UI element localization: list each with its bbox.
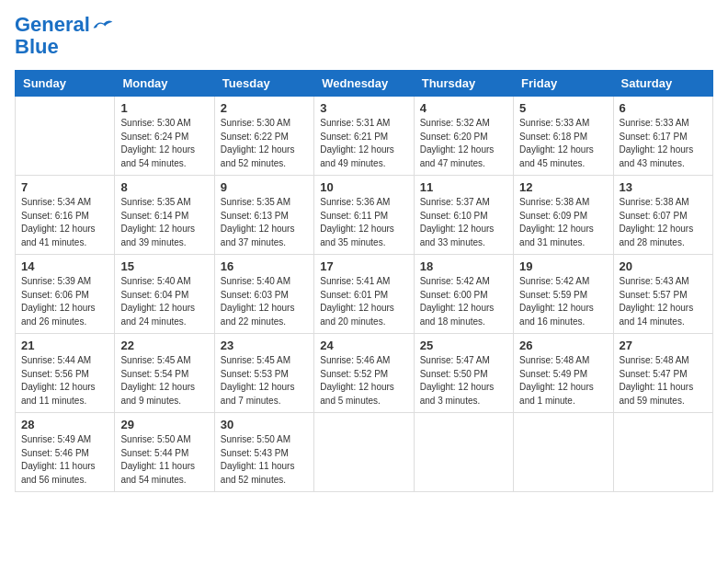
day-number: 20 [620, 259, 707, 273]
calendar-week-row: 1Sunrise: 5:30 AM Sunset: 6:24 PM Daylig… [16, 97, 713, 176]
day-info: Sunrise: 5:42 AM Sunset: 5:59 PM Dayligh… [519, 275, 607, 328]
calendar-cell: 16Sunrise: 5:40 AM Sunset: 6:03 PM Dayli… [214, 255, 313, 334]
day-info: Sunrise: 5:38 AM Sunset: 6:07 PM Dayligh… [620, 196, 707, 249]
day-number: 2 [221, 101, 308, 115]
calendar-cell: 17Sunrise: 5:41 AM Sunset: 6:01 PM Dayli… [314, 255, 414, 334]
day-info: Sunrise: 5:38 AM Sunset: 6:09 PM Dayligh… [519, 196, 607, 249]
day-info: Sunrise: 5:32 AM Sunset: 6:20 PM Dayligh… [420, 117, 507, 170]
calendar-cell: 4Sunrise: 5:32 AM Sunset: 6:20 PM Daylig… [414, 97, 513, 176]
day-info: Sunrise: 5:34 AM Sunset: 6:16 PM Dayligh… [21, 196, 108, 249]
day-number: 16 [221, 259, 308, 273]
day-info: Sunrise: 5:37 AM Sunset: 6:10 PM Dayligh… [420, 196, 507, 249]
day-info: Sunrise: 5:49 AM Sunset: 5:46 PM Dayligh… [21, 433, 108, 487]
calendar-cell: 24Sunrise: 5:46 AM Sunset: 5:52 PM Dayli… [314, 334, 414, 413]
day-number: 28 [21, 418, 108, 431]
calendar-cell: 3Sunrise: 5:31 AM Sunset: 6:21 PM Daylig… [314, 97, 414, 176]
calendar-cell: 20Sunrise: 5:43 AM Sunset: 5:57 PM Dayli… [613, 255, 712, 334]
page-header: General Blue [15, 15, 713, 59]
calendar-cell [514, 413, 613, 492]
day-number: 22 [120, 339, 208, 352]
day-info: Sunrise: 5:33 AM Sunset: 6:18 PM Dayligh… [519, 117, 607, 170]
logo-text: General [15, 15, 90, 35]
logo: General Blue [15, 15, 114, 59]
day-number: 18 [420, 259, 507, 273]
day-info: Sunrise: 5:35 AM Sunset: 6:14 PM Dayligh… [120, 196, 208, 249]
day-info: Sunrise: 5:35 AM Sunset: 6:13 PM Dayligh… [221, 196, 308, 249]
day-info: Sunrise: 5:42 AM Sunset: 6:00 PM Dayligh… [420, 275, 507, 328]
day-number: 12 [519, 180, 607, 194]
day-info: Sunrise: 5:40 AM Sunset: 6:03 PM Dayligh… [221, 275, 308, 328]
day-info: Sunrise: 5:45 AM Sunset: 5:54 PM Dayligh… [120, 354, 208, 408]
calendar-cell [314, 413, 414, 492]
calendar-cell: 5Sunrise: 5:33 AM Sunset: 6:18 PM Daylig… [514, 97, 613, 176]
day-number: 10 [320, 180, 407, 194]
calendar-cell: 29Sunrise: 5:50 AM Sunset: 5:44 PM Dayli… [115, 413, 214, 492]
day-info: Sunrise: 5:48 AM Sunset: 5:47 PM Dayligh… [620, 354, 707, 408]
col-header-sunday: Sunday [16, 71, 115, 97]
calendar-cell: 15Sunrise: 5:40 AM Sunset: 6:04 PM Dayli… [115, 255, 214, 334]
day-info: Sunrise: 5:30 AM Sunset: 6:22 PM Dayligh… [221, 117, 308, 170]
calendar-cell: 7Sunrise: 5:34 AM Sunset: 6:16 PM Daylig… [16, 176, 115, 255]
logo-bird-icon [92, 17, 114, 33]
day-number: 17 [320, 259, 407, 273]
calendar-header-row: SundayMondayTuesdayWednesdayThursdayFrid… [16, 71, 713, 97]
calendar-cell: 18Sunrise: 5:42 AM Sunset: 6:00 PM Dayli… [414, 255, 513, 334]
day-info: Sunrise: 5:33 AM Sunset: 6:17 PM Dayligh… [620, 117, 707, 170]
day-info: Sunrise: 5:40 AM Sunset: 6:04 PM Dayligh… [120, 275, 208, 328]
calendar-week-row: 21Sunrise: 5:44 AM Sunset: 5:56 PM Dayli… [16, 334, 713, 413]
calendar-cell: 12Sunrise: 5:38 AM Sunset: 6:09 PM Dayli… [514, 176, 613, 255]
calendar-cell: 26Sunrise: 5:48 AM Sunset: 5:49 PM Dayli… [514, 334, 613, 413]
day-number: 5 [519, 101, 607, 115]
day-number: 4 [420, 101, 507, 115]
col-header-saturday: Saturday [613, 71, 712, 97]
day-number: 19 [519, 259, 607, 273]
calendar-cell: 21Sunrise: 5:44 AM Sunset: 5:56 PM Dayli… [16, 334, 115, 413]
calendar-cell: 1Sunrise: 5:30 AM Sunset: 6:24 PM Daylig… [115, 97, 214, 176]
calendar-cell: 28Sunrise: 5:49 AM Sunset: 5:46 PM Dayli… [16, 413, 115, 492]
calendar-cell: 9Sunrise: 5:35 AM Sunset: 6:13 PM Daylig… [214, 176, 313, 255]
calendar-cell: 23Sunrise: 5:45 AM Sunset: 5:53 PM Dayli… [214, 334, 313, 413]
calendar-week-row: 14Sunrise: 5:39 AM Sunset: 6:06 PM Dayli… [16, 255, 713, 334]
day-info: Sunrise: 5:45 AM Sunset: 5:53 PM Dayligh… [221, 354, 308, 408]
calendar-cell [16, 97, 115, 176]
calendar-cell: 14Sunrise: 5:39 AM Sunset: 6:06 PM Dayli… [16, 255, 115, 334]
calendar-cell: 10Sunrise: 5:36 AM Sunset: 6:11 PM Dayli… [314, 176, 414, 255]
calendar-cell: 25Sunrise: 5:47 AM Sunset: 5:50 PM Dayli… [414, 334, 513, 413]
day-number: 24 [320, 339, 407, 352]
day-number: 21 [21, 339, 108, 352]
calendar-cell: 19Sunrise: 5:42 AM Sunset: 5:59 PM Dayli… [514, 255, 613, 334]
day-number: 9 [221, 180, 308, 194]
day-number: 25 [420, 339, 507, 352]
day-number: 6 [620, 101, 707, 115]
calendar-week-row: 28Sunrise: 5:49 AM Sunset: 5:46 PM Dayli… [16, 413, 713, 492]
calendar-cell [414, 413, 513, 492]
day-info: Sunrise: 5:31 AM Sunset: 6:21 PM Dayligh… [320, 117, 407, 170]
day-info: Sunrise: 5:36 AM Sunset: 6:11 PM Dayligh… [320, 196, 407, 249]
day-number: 30 [221, 418, 308, 431]
day-info: Sunrise: 5:43 AM Sunset: 5:57 PM Dayligh… [620, 275, 707, 328]
day-number: 7 [21, 180, 108, 194]
calendar-cell: 2Sunrise: 5:30 AM Sunset: 6:22 PM Daylig… [214, 97, 313, 176]
day-number: 11 [420, 180, 507, 194]
day-number: 27 [620, 339, 707, 352]
calendar-cell [613, 413, 712, 492]
calendar-cell: 6Sunrise: 5:33 AM Sunset: 6:17 PM Daylig… [613, 97, 712, 176]
calendar-week-row: 7Sunrise: 5:34 AM Sunset: 6:16 PM Daylig… [16, 176, 713, 255]
day-info: Sunrise: 5:44 AM Sunset: 5:56 PM Dayligh… [21, 354, 108, 408]
day-info: Sunrise: 5:48 AM Sunset: 5:49 PM Dayligh… [519, 354, 607, 408]
day-number: 15 [120, 259, 208, 273]
calendar-table: SundayMondayTuesdayWednesdayThursdayFrid… [15, 70, 713, 492]
calendar-cell: 30Sunrise: 5:50 AM Sunset: 5:43 PM Dayli… [214, 413, 313, 492]
logo-bottom-text: Blue [15, 35, 59, 59]
calendar-cell: 11Sunrise: 5:37 AM Sunset: 6:10 PM Dayli… [414, 176, 513, 255]
col-header-tuesday: Tuesday [214, 71, 313, 97]
col-header-thursday: Thursday [414, 71, 513, 97]
day-info: Sunrise: 5:50 AM Sunset: 5:44 PM Dayligh… [120, 433, 208, 487]
col-header-friday: Friday [514, 71, 613, 97]
day-number: 8 [120, 180, 208, 194]
col-header-wednesday: Wednesday [314, 71, 414, 97]
day-info: Sunrise: 5:41 AM Sunset: 6:01 PM Dayligh… [320, 275, 407, 328]
day-number: 23 [221, 339, 308, 352]
day-info: Sunrise: 5:46 AM Sunset: 5:52 PM Dayligh… [320, 354, 407, 408]
day-number: 26 [519, 339, 607, 352]
